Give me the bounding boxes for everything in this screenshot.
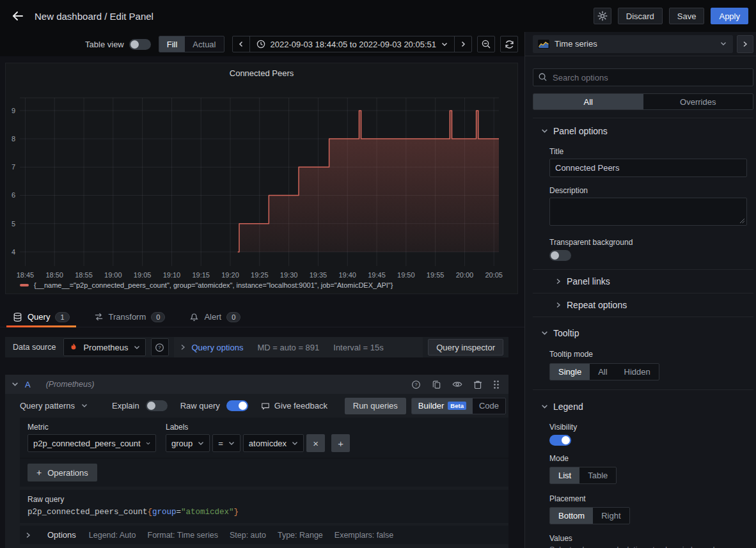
tooltip-all-option[interactable]: All (590, 364, 615, 380)
run-queries-button[interactable]: Run queries (345, 398, 406, 414)
save-button[interactable]: Save (669, 8, 705, 24)
builder-option[interactable]: BuilderBeta (412, 398, 473, 414)
tooltip-hidden-option[interactable]: Hidden (616, 364, 659, 380)
repeat-options-section[interactable]: Repeat options (533, 294, 753, 317)
datasource-help-button[interactable]: ? (151, 338, 169, 356)
visualization-select[interactable]: Time series (533, 35, 733, 53)
chevron-right-icon (556, 278, 561, 285)
svg-text:18:50: 18:50 (45, 271, 63, 279)
raw-query-toggle[interactable] (226, 400, 248, 411)
svg-text:?: ? (414, 382, 418, 388)
label-value-select[interactable]: atomicdex (243, 434, 304, 452)
toggle-visibility-button[interactable] (452, 380, 462, 389)
svg-text:19:50: 19:50 (397, 271, 415, 279)
clock-icon (256, 40, 265, 49)
add-label-button[interactable]: + (331, 434, 350, 452)
option-step: Step: auto (230, 531, 266, 540)
legend-placement-group: Bottom Right (549, 507, 630, 524)
add-operations-button[interactable]: + Operations (28, 464, 97, 481)
datasource-select[interactable]: Prometheus (63, 338, 145, 356)
panel-description-textarea[interactable] (549, 198, 747, 226)
legend-placement-bottom[interactable]: Bottom (550, 508, 593, 524)
label-operator-select[interactable]: = (212, 434, 240, 452)
query-inspector-button[interactable]: Query inspector (428, 339, 503, 356)
legend-placement-label: Placement (549, 494, 747, 503)
svg-text:7: 7 (12, 163, 15, 171)
tooltip-section[interactable]: Tooltip (533, 328, 753, 338)
back-arrow-button[interactable] (8, 6, 28, 26)
resize-handle[interactable] (739, 218, 745, 224)
table-view-toggle[interactable] (129, 39, 151, 50)
chevron-right-icon (180, 344, 185, 350)
query-patterns-dropdown[interactable]: Query patterns (20, 401, 88, 411)
zoom-out-button[interactable] (477, 36, 495, 52)
tab-overrides[interactable]: Overrides (643, 94, 753, 109)
fill-option[interactable]: Fill (159, 36, 185, 52)
tab-alert[interactable]: Alert 0 (183, 307, 247, 327)
remove-label-button[interactable]: × (306, 434, 325, 452)
tab-all[interactable]: All (533, 94, 643, 109)
label-name-select[interactable]: group (166, 434, 210, 452)
legend-visibility-toggle[interactable] (549, 435, 571, 446)
chevron-right-icon (743, 41, 748, 47)
search-options-input[interactable] (533, 68, 753, 86)
transparent-background-toggle[interactable] (549, 250, 571, 261)
legend-mode-group: List Table (549, 467, 617, 484)
legend-placement-right[interactable]: Right (593, 508, 629, 524)
tab-query[interactable]: Query 1 (6, 307, 76, 327)
zoom-out-icon (481, 39, 491, 49)
apply-button[interactable]: Apply (711, 8, 748, 24)
duplicate-query-button[interactable] (432, 380, 441, 389)
svg-text:19:35: 19:35 (310, 271, 327, 279)
query-editor-card: A (Prometheus) ? Query patterns Explain … (5, 375, 508, 548)
query-ref-id: A (25, 380, 31, 389)
legend-mode-list[interactable]: List (550, 467, 579, 483)
legend-values-label: Values (549, 534, 747, 543)
svg-text:19:15: 19:15 (192, 271, 210, 279)
explain-toggle[interactable] (146, 400, 168, 411)
svg-text:19:25: 19:25 (251, 271, 269, 279)
tooltip-mode-group: Single All Hidden (549, 363, 659, 380)
discard-button[interactable]: Discard (618, 8, 663, 24)
raw-query-label: Raw query (28, 495, 501, 504)
delete-query-button[interactable] (473, 380, 482, 389)
legend-mode-table[interactable]: Table (579, 467, 616, 483)
metric-labels-row: Metric p2p_connected_peers_count Labels … (20, 418, 508, 458)
time-shift-back-button[interactable] (233, 36, 249, 52)
legend-series-name[interactable]: {__name__="p2p_connected_peers_count", g… (34, 281, 393, 289)
metric-select[interactable]: p2p_connected_peers_count (28, 434, 156, 452)
tab-transform[interactable]: Transform 0 (88, 307, 172, 327)
time-series-chart[interactable]: 45678918:4518:5018:5519:0019:0519:1019:1… (6, 63, 517, 294)
time-shift-forward-button[interactable] (455, 36, 471, 52)
svg-text:6: 6 (12, 191, 15, 199)
panel-settings-button[interactable] (594, 8, 611, 24)
query-options-row[interactable]: Options Legend: Auto Format: Time series… (20, 526, 508, 544)
query-row-header[interactable]: A (Prometheus) ? (5, 375, 508, 394)
give-feedback-link[interactable]: Give feedback (261, 401, 327, 411)
legend-visibility-label: Visibility (549, 423, 747, 432)
legend-section[interactable]: Legend (533, 402, 753, 412)
collapse-options-pane-button[interactable] (737, 35, 753, 53)
code-option[interactable]: Code (473, 398, 505, 414)
query-help-button[interactable]: ? (411, 380, 421, 389)
query-options-strip: Query options MD = auto = 891 Interval =… (174, 337, 423, 357)
prometheus-icon (69, 343, 78, 352)
panel-title-input[interactable] (549, 159, 747, 177)
time-range-button[interactable]: 2022-09-03 18:44:05 to 2022-09-03 20:05:… (249, 36, 455, 52)
panel-links-section[interactable]: Panel links (533, 270, 753, 293)
tooltip-single-option[interactable]: Single (550, 364, 590, 380)
search-icon (538, 72, 547, 82)
panel-options-section[interactable]: Panel options (533, 126, 753, 136)
drag-handle[interactable] (493, 380, 500, 389)
chart-panel: 45678918:4518:5018:5519:0019:0519:1019:1… (5, 63, 518, 294)
actual-option[interactable]: Actual (185, 36, 223, 52)
labels-label: Labels (166, 423, 350, 432)
transform-icon (94, 312, 104, 322)
svg-text:19:00: 19:00 (104, 271, 122, 279)
datasource-label: Data source (10, 343, 58, 352)
refresh-button[interactable] (500, 36, 518, 52)
chart-legend: {__name__="p2p_connected_peers_count", g… (20, 279, 393, 292)
comment-icon (261, 402, 270, 411)
query-options-toggle[interactable]: Query options (180, 343, 244, 352)
svg-text:19:10: 19:10 (163, 271, 181, 279)
